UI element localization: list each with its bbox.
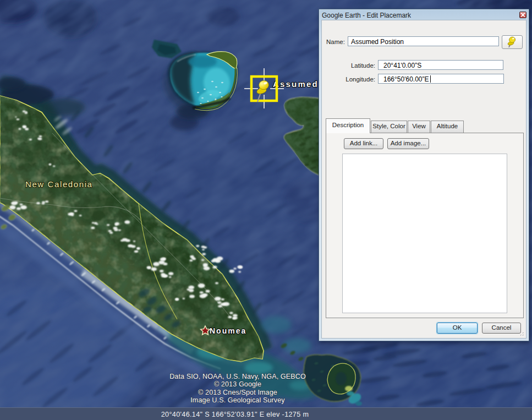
svg-text:New Caledonia: New Caledonia: [25, 179, 93, 189]
svg-text:20°40'46.14" S 166°52'03.91": 20°40'46.14" S 166°52'03.91" E elev -127…: [161, 411, 309, 418]
svg-text:Data SIO, NOAA, U.S. Navy, NGA: Data SIO, NOAA, U.S. Navy, NGA, GEBCO: [169, 373, 306, 380]
svg-text:© 2013 Google: © 2013 Google: [214, 380, 261, 388]
svg-text:Noumea: Noumea: [210, 326, 246, 335]
svg-text:© 2013 Cnes/Spot Image: © 2013 Cnes/Spot Image: [198, 389, 277, 396]
svg-text:Image U.S. Geological Survey: Image U.S. Geological Survey: [190, 396, 285, 404]
svg-text:Assumed: Assumed: [273, 79, 319, 89]
